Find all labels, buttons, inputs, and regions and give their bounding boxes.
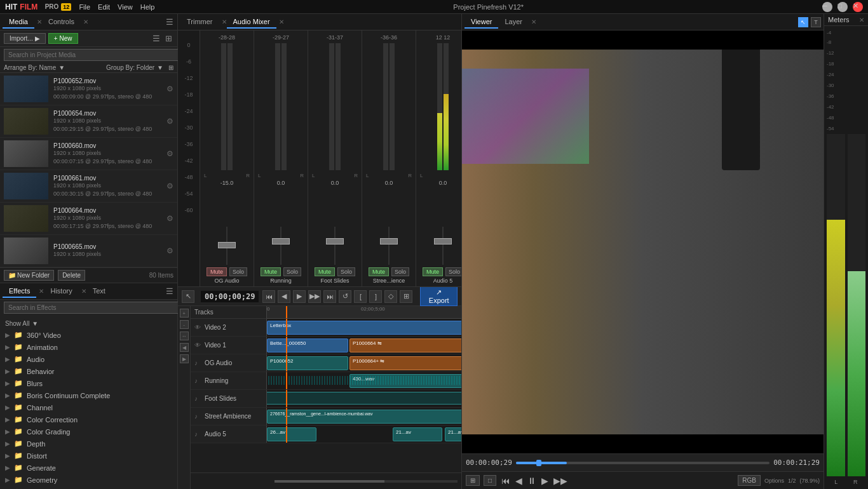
close-button[interactable]: ✕	[853, 2, 863, 12]
settings-icon[interactable]: ⚙	[166, 214, 173, 223]
minimize-button[interactable]: ─	[822, 2, 832, 12]
loop-button[interactable]: ↺	[339, 290, 351, 303]
effect-group-audio[interactable]: ▶ 📁 Audio	[0, 353, 177, 365]
track-content-video1[interactable]: Bette..._000650 P1000664 ⇋ P1000652 ⇋ ⇋ …	[267, 337, 461, 354]
settings-icon[interactable]: ⚙	[166, 182, 173, 191]
grid-view-button[interactable]: ⊞	[164, 32, 173, 44]
waveform-clip[interactable]	[267, 392, 461, 405]
new-folder-button[interactable]: 📁 New Folder	[4, 270, 54, 281]
import-button[interactable]: Import... ▶	[4, 33, 46, 44]
solo-button[interactable]: Solo	[391, 267, 409, 276]
viewer-rewind-button[interactable]: ⏮	[500, 476, 512, 486]
solo-button[interactable]: Solo	[337, 267, 355, 276]
solo-button[interactable]: Solo	[229, 267, 247, 276]
menu-file[interactable]: File	[79, 3, 90, 11]
step-forward-button[interactable]: ▶▶	[308, 290, 321, 303]
clip[interactable]: P1000664 ⇋	[349, 338, 461, 352]
rewind-start-button[interactable]: ⏮	[262, 290, 275, 303]
tab-viewer[interactable]: Viewer	[465, 16, 498, 29]
scroll-right-button[interactable]: ▶	[180, 354, 189, 363]
tab-layer-close[interactable]: ✕	[531, 18, 536, 25]
tab-media[interactable]: Media	[3, 16, 34, 29]
snap-button[interactable]: ⊞	[400, 290, 412, 303]
track-content-street-ambience[interactable]: 276676__ramston__gene...l-ambience-mumba…	[267, 408, 461, 425]
new-button[interactable]: + New	[48, 33, 78, 44]
clip[interactable]: P1000664+ ⇋	[349, 356, 461, 370]
track-content-foot-slides[interactable]	[267, 390, 461, 407]
list-item[interactable]: P1000661.mov 1920 x 1080 pixels00:00:30:…	[0, 170, 177, 203]
tab-trimmer-close[interactable]: ✕	[222, 18, 227, 25]
clip[interactable]: 21...av	[393, 427, 442, 441]
effect-group-depth[interactable]: ▶ 📁 Depth	[0, 438, 177, 450]
mark-in-button[interactable]: [	[354, 290, 367, 303]
maximize-button[interactable]: □	[837, 2, 848, 12]
mute-button[interactable]: Mute	[369, 267, 389, 276]
viewer-step-forward-button[interactable]: ▶▶	[552, 476, 569, 486]
mute-button[interactable]: Mute	[207, 267, 227, 276]
delete-button[interactable]: Delete	[58, 270, 85, 281]
fader-knob[interactable]	[380, 238, 398, 245]
tab-controls[interactable]: Controls	[42, 16, 81, 29]
fit-button[interactable]: ↔	[180, 332, 189, 340]
scrollbar-thumb[interactable]	[275, 480, 384, 483]
settings-icon[interactable]: ⚙	[166, 246, 173, 255]
zoom-in-button[interactable]: +	[180, 309, 189, 318]
zoom-out-button[interactable]: -	[180, 320, 189, 329]
tab-history-close[interactable]: ✕	[81, 288, 86, 295]
effect-group-generate[interactable]: ▶ 📁 Generate	[0, 462, 177, 474]
tab-effects[interactable]: Effects	[3, 285, 36, 298]
effect-group-distort[interactable]: ▶ 📁 Distort	[0, 450, 177, 462]
clip[interactable]: P1000652	[267, 356, 348, 370]
clip[interactable]: Bette..._000650	[267, 338, 348, 352]
effect-group-color-correction[interactable]: ▶ 📁 Color Correction	[0, 413, 177, 425]
fraction-label[interactable]: 1/2	[788, 478, 796, 484]
eye-icon[interactable]: 👁	[194, 324, 202, 331]
effect-group-behavior[interactable]: ▶ 📁 Behavior	[0, 365, 177, 377]
eye-icon[interactable]: 👁	[194, 342, 202, 349]
rewind-end-button[interactable]: ⏭	[323, 290, 336, 303]
meters-close[interactable]: ✕	[859, 17, 864, 23]
tab-trimmer[interactable]: Trimmer	[180, 16, 219, 29]
track-content-og-audio[interactable]: P1000652 P1000664+ ⇋ P1000652 ⇋ P1000661…	[267, 354, 461, 372]
mute-button[interactable]: Mute	[261, 267, 281, 276]
select-tool-button[interactable]: ↖	[182, 290, 194, 303]
list-item[interactable]: P1000660.mov 1920 x 1080 pixels00:00:07:…	[0, 138, 177, 170]
menu-help[interactable]: Help	[140, 3, 155, 11]
tab-controls-close[interactable]: ✕	[83, 18, 88, 25]
tab-history[interactable]: History	[44, 285, 78, 298]
panel-menu-icon[interactable]: ☰	[165, 16, 175, 28]
list-item[interactable]: P1000654.mov 1920 x 1080 pixels00:00:29:…	[0, 105, 177, 138]
track-content-video2[interactable]: Letterbox	[267, 319, 461, 336]
add-marker-button[interactable]: ◇	[384, 290, 397, 303]
menu-edit[interactable]: Edit	[98, 3, 110, 11]
viewer-step-back-button[interactable]: ◀	[514, 476, 524, 486]
menu-view[interactable]: View	[118, 3, 133, 11]
viewer-play-button[interactable]: ▶	[540, 476, 550, 486]
effect-group-blurs[interactable]: ▶ 📁 Blurs	[0, 377, 177, 389]
effect-group-geometry[interactable]: ▶ 📁 Geometry	[0, 474, 177, 486]
settings-icon[interactable]: ⚙	[166, 149, 173, 158]
clip[interactable]: 430...wav	[349, 374, 461, 388]
viewer-progress-bar[interactable]	[516, 462, 770, 464]
effect-group-channel[interactable]: ▶ 📁 Channel	[0, 401, 177, 413]
viewer-pause-button[interactable]: ⏸	[526, 476, 538, 486]
progress-handle[interactable]	[536, 460, 541, 466]
fader-knob[interactable]	[434, 238, 452, 245]
track-content-audio5[interactable]: 26...av 21...av 21...av Slam_Deep_04.wav	[267, 425, 461, 443]
fader-knob[interactable]	[272, 238, 290, 245]
select-tool-button[interactable]: ↖	[798, 17, 808, 27]
list-item[interactable]: P1000652.mov 1920 x 1080 pixels00:00:09:…	[0, 73, 177, 105]
list-item[interactable]: P1000665.mov 1920 x 1080 pixels ⚙	[0, 235, 177, 267]
clip[interactable]: 26...av	[267, 427, 316, 441]
fader-knob[interactable]	[326, 238, 344, 245]
clip-letterbox[interactable]: Letterbox	[267, 321, 461, 335]
effect-group-gradients[interactable]: ▶ 📁 Gradients & Fills	[0, 486, 177, 489]
play-button[interactable]: ▶	[293, 290, 306, 303]
tab-effects-close[interactable]: ✕	[39, 288, 44, 295]
rgb-label[interactable]: RGB	[738, 475, 761, 486]
media-search-input[interactable]	[4, 49, 181, 61]
viewer-controls-button[interactable]: ⊞	[466, 475, 480, 486]
scroll-left-button[interactable]: ◀	[180, 343, 189, 352]
fader-knob[interactable]	[218, 242, 236, 248]
timeline-scrollbar[interactable]	[275, 480, 458, 483]
